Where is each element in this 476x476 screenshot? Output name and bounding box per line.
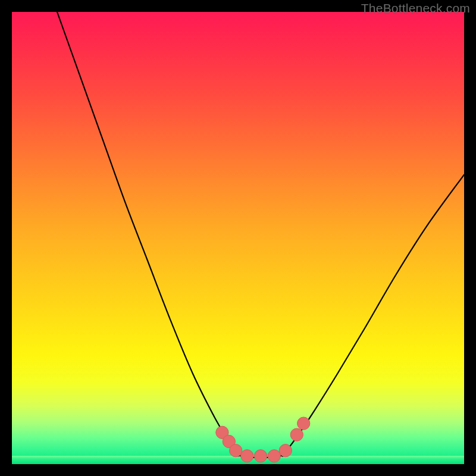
plot-area — [12, 12, 464, 464]
curve-svg — [12, 12, 464, 464]
data-marker — [230, 444, 242, 457]
bottleneck-curve — [57, 12, 464, 458]
data-marker — [241, 450, 253, 462]
markers-group — [216, 417, 310, 462]
curve-group — [57, 12, 464, 458]
data-marker — [279, 444, 292, 457]
data-marker — [298, 417, 310, 430]
watermark-text: TheBottleneck.com — [361, 1, 470, 15]
data-marker — [290, 428, 303, 441]
data-marker — [254, 450, 267, 462]
chart-frame: TheBottleneck.com — [0, 0, 476, 476]
data-marker — [268, 450, 280, 462]
